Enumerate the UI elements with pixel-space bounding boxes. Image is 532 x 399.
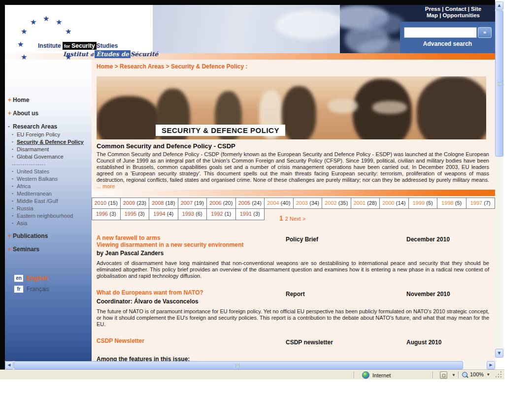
article-type: CSDP newsletter: [286, 339, 333, 346]
zoom-control[interactable]: 100% ▼: [462, 371, 490, 377]
bullet-icon: +: [8, 233, 13, 239]
year-tab-1996[interactable]: 1996 (3): [92, 209, 121, 220]
year-tab-1999[interactable]: 1999 (5): [409, 198, 438, 209]
sidebar-item-home[interactable]: +Home: [8, 97, 91, 103]
search-input[interactable]: [404, 27, 477, 38]
language-fr[interactable]: fr Français: [14, 285, 88, 293]
article-title-link[interactable]: CSDP Newsletter: [97, 338, 284, 345]
scroll-right-button[interactable]: ►: [487, 361, 495, 369]
sidebar-item-label: Middle East /Gulf: [17, 198, 58, 204]
logo-word: Institute: [38, 42, 61, 49]
year-tab-1995[interactable]: 1995 (3): [121, 209, 150, 220]
horizontal-scroll-thumb[interactable]: [14, 361, 463, 369]
article-title-link[interactable]: What do Europeans want from NATO?: [97, 290, 284, 297]
scroll-left-button[interactable]: ◄: [5, 361, 13, 369]
sidebar-item-global-governance[interactable]: ·Global Governance: [8, 154, 91, 160]
sidebar-item-eu-foreign-policy[interactable]: ·EU Foreign Policy: [8, 132, 91, 137]
year-count: (3): [136, 211, 145, 217]
sidebar-menu: +Home+About us-Research Areas·EU Foreign…: [8, 90, 91, 253]
article-title-link[interactable]: A new farewell to arms: [97, 235, 284, 242]
article-title-link[interactable]: Viewing disarmament in a new security en…: [97, 242, 284, 249]
bullet-icon: ·: [12, 146, 17, 152]
year-tab-1991[interactable]: 1991 (3): [236, 209, 265, 220]
year-tab-1998[interactable]: 1998 (5): [437, 198, 466, 209]
year-tab-2010[interactable]: 2010 (15): [92, 198, 121, 209]
year-link: 2010: [95, 200, 106, 206]
year-tab-2000[interactable]: 2000 (14): [380, 198, 409, 209]
chevron-down-icon[interactable]: ▼: [486, 372, 490, 377]
sidebar-item-label: Africa: [17, 183, 31, 189]
photo-figure: [97, 96, 161, 139]
year-count: (1): [223, 211, 232, 217]
scroll-down-button[interactable]: ▼: [495, 349, 503, 358]
header-gradient: [153, 5, 340, 53]
sidebar-item-seminars[interactable]: +Seminars: [8, 246, 91, 253]
pagination: 12 Next >: [279, 214, 305, 222]
year-tab-2006[interactable]: 2006 (20): [207, 198, 236, 209]
sidebar-item-asia[interactable]: ·Asia: [8, 220, 91, 226]
status-separator: [432, 371, 433, 378]
advanced-search-link[interactable]: Advanced search: [400, 40, 495, 47]
year-tab-2003[interactable]: 2003 (34): [294, 198, 323, 209]
sidebar-item-research-areas[interactable]: -Research Areas: [8, 123, 91, 130]
sidebar-item-security-defence-policy[interactable]: ·Security & Defence Policy: [8, 139, 91, 145]
sidebar-item-africa[interactable]: ·Africa: [8, 183, 91, 189]
year-tab-2005[interactable]: 2005 (24): [236, 198, 265, 209]
pagination-current-page: 1: [279, 214, 283, 222]
sidebar-item-mediterranean[interactable]: ·Mediterranean: [8, 191, 91, 197]
sidebar-item-russia[interactable]: ·Russia: [8, 205, 91, 211]
logo-title-en: Institute for SecurityStudies: [38, 42, 118, 49]
pagination-next-link[interactable]: 2 Next >: [285, 216, 305, 222]
security-status[interactable]: ▼: [440, 371, 456, 379]
sidebar-item-about-us[interactable]: +About us: [8, 110, 91, 117]
vertical-scroll-thumb[interactable]: [495, 10, 503, 157]
breadcrumb-link[interactable]: Home: [97, 63, 113, 70]
year-link: 1992: [211, 211, 223, 217]
sidebar-item-publications[interactable]: +Publications: [8, 233, 91, 239]
year-count: (35): [337, 200, 348, 206]
chevron-down-icon[interactable]: ▼: [452, 373, 456, 377]
year-count: (6): [194, 211, 202, 217]
utility-nav-links[interactable]: Map | Opportunities: [411, 12, 495, 19]
year-tab-2001[interactable]: 2001 (28): [351, 198, 380, 209]
year-tab-2009[interactable]: 2009 (23): [121, 198, 150, 209]
browser-viewport: Press | Contact | Site Map | Opportuniti…: [0, 0, 504, 379]
orange-divider-bar: [92, 190, 495, 196]
sidebar-item-western-balkans[interactable]: ·Western Balkans: [8, 176, 91, 182]
article-type: Report: [286, 291, 305, 298]
year-link: 1994: [153, 211, 165, 217]
status-zone-label: Internet: [372, 372, 391, 378]
breadcrumb-link[interactable]: Security & Defence Policy :: [171, 63, 247, 70]
sidebar-item-label: Asia: [17, 220, 27, 226]
sidebar: +Home+About us-Research Areas·EU Foreign…: [5, 60, 92, 361]
year-tab-1994[interactable]: 1994 (4): [149, 209, 178, 220]
sidebar-item-disarmament[interactable]: ·Disarmament: [8, 146, 91, 152]
year-tab-2002[interactable]: 2002 (35): [322, 198, 351, 209]
year-link: 1995: [125, 211, 136, 217]
utility-nav-links[interactable]: Press | Contact | Site: [411, 6, 495, 12]
year-count: (4): [166, 211, 174, 217]
article-item: CSDP NewsletterCSDP newsletterAugust 201…: [97, 336, 489, 363]
year-tab-2004[interactable]: 2004 (40): [265, 198, 294, 209]
year-tab-1992[interactable]: 1992 (1): [207, 209, 236, 220]
year-tab-2008[interactable]: 2008 (18): [149, 198, 178, 209]
language-switcher: en English fr Français: [14, 274, 88, 296]
sidebar-item-middle-east-gulf[interactable]: ·Middle East /Gulf: [8, 198, 91, 204]
scroll-up-button[interactable]: ▲: [495, 1, 503, 10]
window-resize-grip[interactable]: [496, 371, 502, 378]
language-en[interactable]: en English: [14, 274, 88, 282]
photo-tent: [372, 101, 407, 114]
breadcrumb-link[interactable]: Research Areas: [120, 63, 164, 70]
sidebar-item-eastern-neighbourhood[interactable]: ·Eastern neighbourhood: [8, 213, 91, 219]
year-tab-1997[interactable]: 1997 (7): [466, 198, 496, 209]
year-tab-1993[interactable]: 1993 (6): [178, 209, 207, 220]
search-go-button[interactable]: »: [478, 27, 492, 38]
sidebar-item-united-states[interactable]: ·United States: [8, 168, 91, 174]
horizontal-scrollbar[interactable]: ◄ ►: [5, 361, 495, 369]
year-link: 2009: [123, 200, 135, 206]
year-tab-2007[interactable]: 2007 (19): [178, 198, 207, 209]
vertical-scrollbar[interactable]: ▲ ▼: [495, 1, 503, 358]
year-count: (7): [482, 200, 491, 206]
more-link[interactable]: ... more: [97, 183, 115, 189]
language-label: Français: [27, 286, 49, 293]
